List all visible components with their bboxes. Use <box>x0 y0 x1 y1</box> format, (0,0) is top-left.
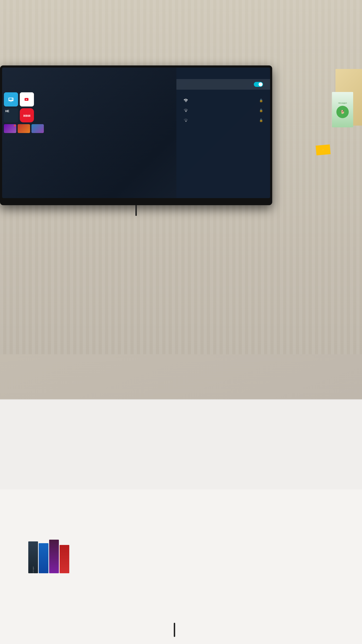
youtube-logo <box>24 98 29 101</box>
thumb-3 <box>31 124 44 133</box>
toggle-knob <box>259 82 263 86</box>
lock-icon-mgts: 🔒 <box>259 118 263 122</box>
lock-icon-batya: 🔒 <box>259 108 263 112</box>
wifi-medium-icon <box>183 108 188 113</box>
app-row-2: НЕ иви <box>3 108 46 122</box>
tv-leg <box>135 205 137 216</box>
hdmi-cable <box>174 623 175 637</box>
yellow-sticker: ⚡ <box>316 144 331 156</box>
thumb-1 <box>4 124 16 133</box>
available-networks-label <box>176 90 270 96</box>
svg-rect-1 <box>9 98 12 100</box>
book-3 <box>49 540 59 573</box>
tv-screen: НЕ иви <box>2 68 270 198</box>
app-tile-ne[interactable]: НЕ <box>4 108 18 122</box>
apps-left-area: НЕ иви <box>2 85 46 133</box>
app-row-1 <box>3 92 46 106</box>
sticker-text: ⚡ <box>322 149 324 151</box>
settings-title <box>176 68 270 79</box>
notification-dot <box>14 125 16 126</box>
medicine-box: ПРАЗИДОЛ 🐕 <box>332 92 353 127</box>
wifi-toggle-row[interactable] <box>176 79 270 90</box>
medicine-label: ПРАЗИДОЛ <box>338 101 348 105</box>
network-item-mgts[interactable]: 🔒 <box>176 115 270 125</box>
show-all-item[interactable] <box>176 125 270 131</box>
wifi-full-icon <box>183 98 188 103</box>
book-1-label: НАС ИЗ ОДНИ <box>32 567 34 575</box>
always-search-item[interactable] <box>176 140 270 145</box>
wifi-low-icon <box>183 118 188 123</box>
book-1: НАС ИЗ ОДНИ <box>28 542 38 573</box>
book-2 <box>39 543 48 573</box>
thumb-2 <box>18 124 30 133</box>
medicine-pet-icon: 🐕 <box>341 110 345 114</box>
screen-content: НЕ иви <box>2 68 270 198</box>
network-info-vika <box>191 100 259 101</box>
network-item-batya[interactable]: 🔒 <box>176 106 270 115</box>
network-item-vika[interactable]: 🔒 <box>176 96 270 106</box>
book-4 <box>59 545 69 573</box>
svg-point-2 <box>12 98 13 100</box>
app-tile-ivi[interactable]: иви <box>20 108 34 122</box>
svg-rect-3 <box>10 101 12 102</box>
app-tile-youtube[interactable] <box>20 92 34 106</box>
app-tile-tv[interactable] <box>4 92 18 106</box>
shelf-books-area: НАС ИЗ ОДНИ <box>28 540 69 573</box>
wifi-toggle[interactable] <box>254 82 263 87</box>
add-network-item[interactable] <box>176 134 270 140</box>
youtube-play-icon <box>24 98 28 101</box>
thumbnail-row <box>3 124 46 133</box>
tv-frame: НЕ иви <box>0 66 272 205</box>
medicine-icon: 🐕 <box>336 106 349 118</box>
ivi-logo: иви <box>23 113 30 118</box>
ne-label: НЕ <box>5 110 9 113</box>
other-options-label <box>176 131 270 134</box>
lock-icon-vika: 🔒 <box>259 98 263 102</box>
settings-panel: 🔒 🔒 <box>176 68 270 198</box>
